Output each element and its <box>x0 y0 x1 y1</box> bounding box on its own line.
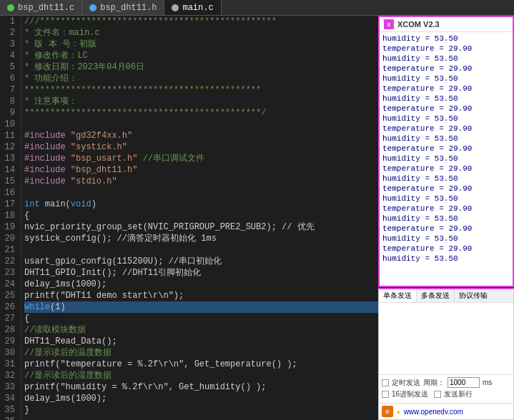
line-number-17: 17 <box>3 199 15 210</box>
xcom-data-line: temperature = 29.90 <box>382 104 510 114</box>
xcom-data-line: temperature = 29.90 <box>382 84 510 94</box>
period-label: 周期： <box>423 378 445 388</box>
line-number-9: 9 <box>3 107 15 119</box>
line-number-24: 24 <box>3 279 15 290</box>
line-number-33: 33 <box>3 381 15 393</box>
xcom-data-line: humidity = 53.50 <box>382 214 510 224</box>
xcom-data-line: temperature = 29.90 <box>382 124 510 134</box>
line-number-27: 27 <box>3 313 15 324</box>
newline-label: 发送新行 <box>444 389 473 399</box>
line-number-26: 26 <box>3 301 15 313</box>
gear-icon[interactable]: ⚙ <box>382 406 393 417</box>
hex-send-checkbox[interactable] <box>382 391 389 398</box>
period-input[interactable] <box>448 377 480 388</box>
line-number-14: 14 <box>3 164 15 176</box>
xcom-data-line: humidity = 53.50 <box>382 234 510 244</box>
line-number-8: 8 <box>3 96 15 107</box>
xcom-panel: X XCOM V2.3 humidity = 53.50temperature … <box>378 16 514 287</box>
line-number-11: 11 <box>3 130 15 141</box>
xcom-data-area[interactable]: humidity = 53.50temperature = 29.90humid… <box>380 32 513 286</box>
line-numbers: 1234567891011121314151617181920212223242… <box>0 16 21 420</box>
line-number-15: 15 <box>3 176 15 187</box>
line-number-21: 21 <box>3 244 15 256</box>
xcom-footer: ⚙ ★ www.openedv.com <box>379 403 513 419</box>
xcom-data-line: humidity = 53.50 <box>382 114 510 124</box>
period-unit: ms <box>483 379 492 386</box>
xcom-data-line: humidity = 53.50 <box>382 34 510 44</box>
xcom-data-line: temperature = 29.90 <box>382 164 510 174</box>
newline-checkbox[interactable] <box>434 391 441 398</box>
tab-icon-blue <box>89 4 97 11</box>
line-number-28: 28 <box>3 324 15 336</box>
xcom-data-line: temperature = 29.90 <box>382 224 510 234</box>
line-number-25: 25 <box>3 290 15 301</box>
xcom-data-line: humidity = 53.50 <box>382 94 510 104</box>
line-number-23: 23 <box>3 267 15 279</box>
line-number-2: 2 <box>3 27 15 39</box>
line-number-10: 10 <box>3 119 15 130</box>
timed-send-row: 定时发送 周期： ms <box>382 377 510 388</box>
tab-label-bsp-dht11h: bsp_dht11.h <box>100 3 157 13</box>
line-number-18: 18 <box>3 210 15 221</box>
xcom-send-input-area[interactable] <box>379 303 513 375</box>
xcom-bottom-panel: 单条发送 多条发送 协议传输 定时发送 周期： ms 16进制发送 发送新行 ⚙… <box>378 288 514 420</box>
xcom-url[interactable]: www.openedv.com <box>404 408 463 416</box>
xcom-data-line: humidity = 53.50 <box>382 174 510 184</box>
xcom-options: 定时发送 周期： ms 16进制发送 发送新行 <box>379 375 513 403</box>
line-number-30: 30 <box>3 347 15 359</box>
tab-single-send[interactable]: 单条发送 <box>379 289 417 302</box>
tab-bsp-dht11c[interactable]: bsp_dht11.c <box>0 0 82 15</box>
line-number-1: 1 <box>3 16 15 27</box>
tab-bsp-dht11h[interactable]: bsp_dht11.h <box>82 0 164 15</box>
timed-send-label: 定时发送 <box>392 378 420 388</box>
tab-icon-gray <box>172 4 179 11</box>
hex-send-row: 16进制发送 发送新行 <box>382 389 510 399</box>
xcom-data-line: humidity = 53.50 <box>382 74 510 84</box>
line-number-6: 6 <box>3 73 15 84</box>
xcom-icon: X <box>384 19 394 29</box>
timed-send-checkbox[interactable] <box>382 379 389 386</box>
tab-mainc[interactable]: main.c <box>164 0 221 15</box>
xcom-star: ★ <box>396 407 401 416</box>
xcom-data-line: humidity = 53.50 <box>382 154 510 164</box>
line-number-13: 13 <box>3 153 15 164</box>
line-number-19: 19 <box>3 221 15 233</box>
line-number-7: 7 <box>3 84 15 96</box>
tab-icon-green <box>7 4 14 11</box>
line-number-36: 36 <box>3 416 15 420</box>
xcom-data-line: temperature = 29.90 <box>382 184 510 194</box>
line-number-29: 29 <box>3 336 15 347</box>
xcom-data-line: humidity = 53.50 <box>382 194 510 204</box>
line-number-3: 3 <box>3 39 15 50</box>
line-number-5: 5 <box>3 61 15 73</box>
xcom-data-line: temperature = 29.90 <box>382 44 510 54</box>
line-number-32: 32 <box>3 370 15 381</box>
xcom-data-line: temperature = 29.90 <box>382 204 510 214</box>
xcom-data-line: temperature = 29.90 <box>382 64 510 74</box>
xcom-data-line: temperature = 29.90 <box>382 244 510 254</box>
hex-send-label: 16进制发送 <box>392 389 428 399</box>
tab-label-bsp-dht11c: bsp_dht11.c <box>18 3 74 13</box>
xcom-data-line: humidity = 53.50 <box>382 54 510 64</box>
xcom-data-line: temperature = 29.90 <box>382 144 510 154</box>
tab-bar: bsp_dht11.c bsp_dht11.h main.c <box>0 0 514 16</box>
xcom-header: X XCOM V2.3 <box>380 17 513 32</box>
tab-label-mainc: main.c <box>182 3 213 13</box>
xcom-title: XCOM V2.3 <box>397 20 440 29</box>
tab-protocol[interactable]: 协议传输 <box>455 289 492 302</box>
line-number-12: 12 <box>3 141 15 153</box>
xcom-data-line: humidity = 53.50 <box>382 134 510 144</box>
line-number-35: 35 <box>3 404 15 416</box>
tab-multi-send[interactable]: 多条发送 <box>417 289 455 302</box>
line-number-4: 4 <box>3 50 15 61</box>
line-number-22: 22 <box>3 256 15 267</box>
line-number-31: 31 <box>3 359 15 370</box>
main-content: 1234567891011121314151617181920212223242… <box>0 16 514 420</box>
line-number-34: 34 <box>3 393 15 404</box>
xcom-data-line: humidity = 53.50 <box>382 254 510 264</box>
line-number-16: 16 <box>3 187 15 199</box>
line-number-20: 20 <box>3 233 15 244</box>
